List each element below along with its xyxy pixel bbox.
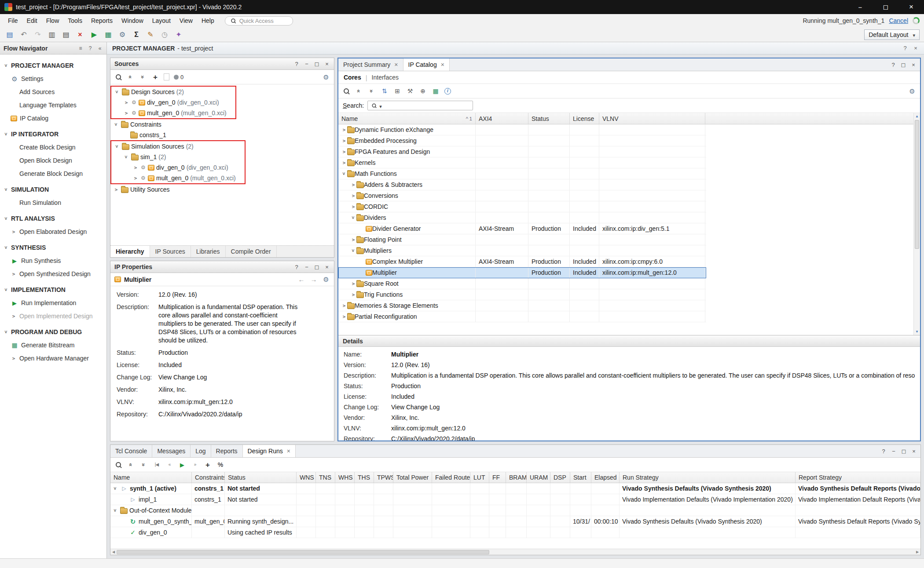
close-icon[interactable] [911, 448, 917, 455]
catalog-row-multipliers[interactable]: >Multipliers [338, 245, 706, 256]
column-header-status[interactable]: Status [528, 113, 570, 124]
close-icon[interactable] [324, 264, 330, 270]
vertical-scrollbar[interactable] [913, 113, 920, 335]
play-icon[interactable]: ▶ [178, 461, 186, 469]
property-value[interactable]: Production [158, 349, 188, 357]
column-header-constraints[interactable]: Constraints [192, 472, 225, 483]
expander-open-icon[interactable]: > [350, 248, 356, 254]
catalog-row-kernels[interactable]: >Kernels [338, 157, 706, 168]
search-icon[interactable] [114, 73, 122, 81]
menu-tools[interactable]: Tools [63, 14, 87, 27]
menu-icon[interactable] [77, 45, 84, 51]
expander-closed-icon[interactable]: > [123, 110, 129, 116]
step-forward-icon[interactable]: » [191, 461, 199, 469]
plus-icon[interactable]: + [204, 461, 212, 469]
expander-closed-icon[interactable]: > [350, 280, 356, 287]
redo-icon[interactable]: ↷ [33, 29, 43, 40]
nav-item-ip-catalog[interactable]: IP Catalog [0, 112, 106, 125]
expander-closed-icon[interactable]: > [350, 237, 356, 243]
nav-item-add-sources[interactable]: Add Sources [0, 85, 106, 98]
nav-item-open-hardware-manager[interactable]: >Open Hardware Manager [0, 352, 106, 365]
tab-hierarchy[interactable]: Hierarchy [110, 246, 150, 257]
dashboard-icon[interactable]: ▤ [4, 29, 15, 40]
wand-icon[interactable]: ✦ [173, 29, 184, 40]
float-icon[interactable] [901, 448, 907, 455]
column-header-failed-routes[interactable]: Failed Routes [432, 472, 470, 483]
minimize-icon[interactable] [891, 448, 897, 455]
nav-item-create-block-design[interactable]: Create Block Design [0, 141, 106, 154]
expander-closed-icon[interactable]: > [341, 302, 347, 309]
nav-section-implementation[interactable]: >IMPLEMENTATION [0, 283, 106, 296]
nav-item-open-synthesized-design[interactable]: >Open Synthesized Design [0, 267, 106, 280]
column-header-bram[interactable]: BRAM [506, 472, 527, 483]
help-icon[interactable] [87, 45, 93, 51]
menu-layout[interactable]: Layout [148, 14, 175, 27]
close-icon[interactable]: × [441, 61, 444, 68]
expander-open-icon[interactable]: > [114, 143, 120, 149]
run-icon[interactable]: ▶ [89, 29, 99, 40]
catalog-row-fpga-features-and-design[interactable]: >FPGA Features and Design [338, 146, 706, 157]
link-icon[interactable]: ⊕ [419, 87, 427, 95]
expander-open-icon[interactable]: > [3, 329, 9, 335]
catalog-row-trig-functions[interactable]: >Trig Functions [338, 289, 706, 300]
expander-closed-icon[interactable]: > [350, 291, 356, 298]
add-icon[interactable]: + [151, 73, 159, 81]
source-item-mult-gen-0[interactable]: >⚙mult_gen_0 (mult_gen_0.xci) [111, 173, 239, 183]
nav-item-generate-bitstream[interactable]: ▦Generate Bitstream [0, 339, 106, 352]
group-icon[interactable]: ⊞ [393, 87, 401, 95]
gear-icon[interactable]: ⚙ [322, 276, 330, 284]
nav-item-language-templates[interactable]: Language Templates [0, 98, 106, 112]
float-icon[interactable] [900, 62, 906, 68]
expander-closed-icon[interactable]: > [113, 186, 119, 193]
expander-closed-icon[interactable]: > [132, 164, 139, 171]
info-icon[interactable]: i [444, 88, 451, 95]
copy-icon[interactable]: ▥ [47, 29, 57, 40]
column-header-uram[interactable]: URAM [527, 472, 550, 483]
scrollbar-thumb[interactable] [915, 120, 919, 249]
nav-item-run-implementation[interactable]: ▶Run Implementation [0, 296, 106, 309]
expander-open-icon[interactable]: > [350, 215, 356, 221]
catalog-row-embedded-processing[interactable]: >Embedded Processing [338, 135, 706, 146]
expander-open-icon[interactable]: > [123, 154, 129, 160]
menu-view[interactable]: View [175, 14, 197, 27]
tab-libraries[interactable]: Libraries [191, 246, 226, 257]
close-icon[interactable]: × [394, 61, 398, 68]
column-header-status[interactable]: Status [225, 472, 297, 483]
help-icon[interactable] [890, 62, 896, 68]
expander-closed-icon[interactable]: > [11, 229, 17, 235]
tab-design-runs[interactable]: Design Runs× [243, 445, 296, 457]
forward-arrow-icon[interactable]: → [310, 276, 318, 284]
catalog-row-dividers[interactable]: >Dividers [338, 212, 706, 223]
scrollbar-thumb[interactable] [117, 550, 489, 554]
gear-icon[interactable]: ⚙ [322, 73, 330, 81]
collapse-all-icon[interactable]: « [355, 87, 363, 95]
search-icon[interactable] [114, 461, 122, 469]
pencil-icon[interactable]: ✎ [145, 29, 156, 40]
source-item-div-gen-0[interactable]: >⚙div_gen_0 (div_gen_0.xci) [111, 162, 239, 173]
expander-open-icon[interactable]: > [112, 485, 118, 492]
expander-open-icon[interactable]: > [3, 244, 9, 251]
run-row-out-of-context-module-runs[interactable]: >Out-of-Context Module Runs [110, 505, 920, 516]
cancel-link[interactable]: Cancel [889, 17, 908, 24]
expander-open-icon[interactable]: > [3, 131, 9, 137]
catalog-row-math-functions[interactable]: >Math Functions [338, 168, 706, 179]
catalog-row-floating-point[interactable]: >Floating Point [338, 234, 706, 245]
catalog-row-complex-multiplier[interactable]: Complex MultiplierAXI4-StreamProductionI… [338, 256, 706, 267]
column-header-run-strategy[interactable]: Run Strategy [620, 472, 796, 483]
column-header-license[interactable]: License [570, 113, 599, 124]
close-icon[interactable] [324, 61, 330, 67]
layout-select[interactable]: Default Layout [864, 29, 920, 40]
column-header-wns[interactable]: WNS [297, 472, 316, 483]
expander-open-icon[interactable]: > [113, 121, 119, 127]
message-count-badge[interactable]: 0 [174, 74, 183, 80]
expander-open-icon[interactable]: > [3, 62, 9, 69]
column-header-ff[interactable]: FF [489, 472, 506, 483]
expander-closed-icon[interactable]: > [341, 149, 347, 155]
help-icon[interactable] [293, 264, 300, 270]
expander-closed-icon[interactable]: > [341, 127, 347, 133]
menu-reports[interactable]: Reports [87, 14, 117, 27]
view-tab-interfaces[interactable]: Interfaces [372, 74, 399, 81]
menu-help[interactable]: Help [197, 14, 219, 27]
minimize-icon[interactable] [304, 61, 310, 67]
menu-file[interactable]: File [4, 14, 22, 27]
